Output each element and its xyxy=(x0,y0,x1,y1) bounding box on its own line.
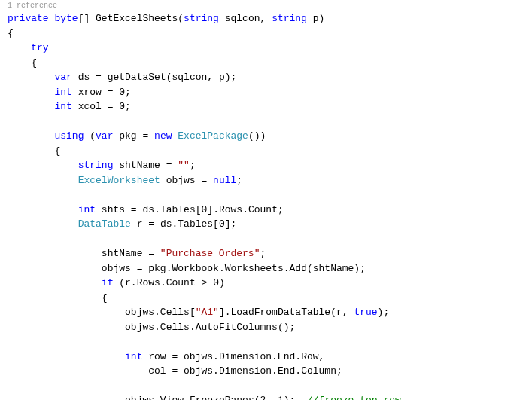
code-line[interactable]: objws.Cells.AutoFitColumns(); xyxy=(8,320,532,335)
code-line[interactable]: int xcol = 0; xyxy=(8,99,532,115)
code-line[interactable]: { xyxy=(8,144,532,159)
code-line[interactable]: { xyxy=(8,291,532,306)
code-line[interactable]: using (var pkg = new ExcelPackage()) xyxy=(8,129,532,144)
code-line[interactable] xyxy=(8,115,532,130)
code-line[interactable]: col = objws.Dimension.End.Column; xyxy=(8,364,532,379)
code-line[interactable] xyxy=(8,379,532,394)
code-line[interactable] xyxy=(8,188,532,203)
code-line[interactable]: if (r.Rows.Count > 0) xyxy=(8,276,532,291)
code-line[interactable] xyxy=(8,232,532,247)
code-line[interactable]: ExcelWorksheet objws = null; xyxy=(8,173,532,188)
code-line[interactable]: { xyxy=(8,26,532,41)
code-line[interactable]: int xrow = 0; xyxy=(8,85,532,100)
code-line[interactable]: { xyxy=(8,56,532,71)
code-line[interactable]: DataTable r = ds.Tables[0]; xyxy=(8,217,532,232)
code-line[interactable]: try xyxy=(8,41,532,56)
code-line[interactable] xyxy=(8,334,532,350)
codelens-references[interactable]: 1 reference xyxy=(0,0,532,11)
code-line[interactable]: private byte[] GetExcelSheets(string sql… xyxy=(8,11,532,26)
code-line[interactable]: var ds = getDataSet(sqlcon, p); xyxy=(8,70,532,85)
outline-guide xyxy=(5,11,5,400)
code-line[interactable]: objws.Cells["A1"].LoadFromDataTable(r, t… xyxy=(8,305,532,320)
code-line[interactable]: int row = objws.Dimension.End.Row, xyxy=(8,350,532,365)
code-line[interactable]: shtName = "Purchase Orders"; xyxy=(8,246,532,261)
code-line[interactable]: int shts = ds.Tables[0].Rows.Count; xyxy=(8,203,532,218)
code-line[interactable]: string shtName = ""; xyxy=(8,158,532,173)
code-line[interactable]: objws = pkg.Workbook.Worksheets.Add(shtN… xyxy=(8,261,532,276)
code-editor[interactable]: private byte[] GetExcelSheets(string sql… xyxy=(0,11,532,400)
code-line[interactable]: objws.View.FreezePanes(2, 1); //freeze t… xyxy=(8,393,532,400)
